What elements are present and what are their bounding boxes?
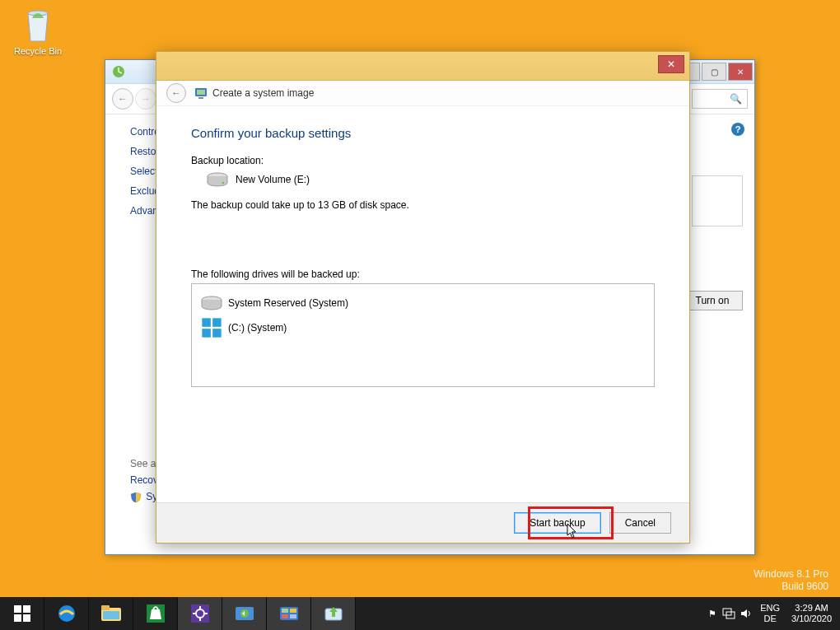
desktop-icon-label: Recycle Bin — [7, 46, 69, 56]
svg-rect-19 — [103, 611, 119, 619]
mouse-cursor-icon — [567, 523, 578, 539]
svg-rect-10 — [202, 329, 211, 338]
taskbar-ie-icon[interactable] — [44, 597, 89, 630]
svg-rect-11 — [212, 329, 222, 338]
language-indicator[interactable]: ENGDE — [754, 603, 786, 624]
taskbar[interactable]: ⚑ ENGDE 3:29 AM3/10/2020 — [0, 597, 840, 630]
bg-content-box — [692, 175, 743, 226]
svg-point-6 — [222, 182, 224, 184]
dialog-header: ← Create a system image — [156, 81, 689, 106]
shield-icon — [130, 492, 142, 503]
svg-rect-4 — [198, 97, 203, 99]
drive-item: System Reserved (System) — [200, 291, 646, 315]
desktop: Recycle Bin Windows 8.1 Pro Build 9600 –… — [0, 0, 840, 630]
bg-back-button[interactable]: ← — [112, 88, 133, 110]
dialog-titlebar[interactable]: ✕ — [156, 52, 689, 81]
cancel-button[interactable]: Cancel — [609, 512, 671, 534]
drive-label: System Reserved (System) — [228, 297, 348, 309]
taskbar-app-icon[interactable] — [222, 597, 267, 630]
start-backup-button[interactable]: Start backup — [514, 512, 600, 534]
drive-item: (C:) (System) — [200, 315, 646, 340]
search-icon: 🔍 — [730, 93, 742, 105]
dialog-close-button[interactable]: ✕ — [658, 55, 684, 73]
volume-icon[interactable] — [737, 597, 754, 630]
dialog-body: Confirm your backup settings Backup loca… — [156, 106, 689, 395]
system-tray[interactable]: ⚑ ENGDE 3:29 AM3/10/2020 — [704, 597, 840, 630]
drive-icon — [200, 293, 223, 313]
space-note: The backup could take up to 13 GB of dis… — [191, 199, 655, 211]
svg-rect-9 — [212, 318, 222, 327]
svg-rect-3 — [197, 90, 205, 95]
windows-watermark: Windows 8.1 Pro Build 9600 — [754, 568, 828, 594]
create-system-image-dialog: ✕ ← Create a system image Confirm your b… — [156, 51, 690, 544]
windows-drive-icon — [200, 318, 223, 338]
svg-rect-32 — [282, 614, 288, 618]
drives-list: System Reserved (System) (C:) (System) — [191, 283, 655, 387]
svg-rect-14 — [14, 614, 21, 622]
hard-drive-icon — [206, 171, 229, 188]
taskbar-explorer-icon[interactable] — [89, 597, 133, 630]
desktop-icon-recycle-bin[interactable]: Recycle Bin — [7, 5, 69, 56]
network-icon[interactable] — [721, 597, 737, 630]
drives-header: The following drives will be backed up: — [191, 268, 655, 280]
svg-rect-13 — [23, 605, 30, 613]
taskbar-backup-icon[interactable] — [311, 597, 356, 630]
recycle-bin-icon — [20, 5, 56, 44]
svg-rect-33 — [290, 614, 296, 618]
svg-rect-30 — [282, 609, 288, 613]
backup-location-value: New Volume (E:) — [236, 174, 310, 185]
backup-location-row: New Volume (E:) — [191, 171, 655, 188]
system-image-icon — [194, 86, 208, 100]
bg-close-button[interactable]: ✕ — [728, 63, 753, 81]
dialog-heading: Confirm your backup settings — [191, 126, 655, 140]
taskbar-settings-icon[interactable] — [178, 597, 222, 630]
dialog-title: Create a system image — [212, 87, 314, 99]
svg-rect-8 — [202, 318, 211, 327]
start-button[interactable] — [0, 597, 44, 630]
action-center-icon[interactable]: ⚑ — [704, 597, 721, 630]
svg-rect-18 — [101, 605, 110, 610]
help-icon[interactable]: ? — [731, 123, 744, 136]
svg-rect-31 — [290, 609, 296, 613]
taskbar-control-panel-icon[interactable] — [267, 597, 311, 630]
svg-rect-15 — [23, 614, 30, 622]
clock[interactable]: 3:29 AM3/10/2020 — [786, 603, 840, 624]
dialog-footer: Start backup Cancel — [156, 502, 689, 543]
bg-forward-button[interactable]: → — [135, 88, 156, 110]
taskbar-store-icon[interactable] — [133, 597, 178, 630]
dialog-back-button[interactable]: ← — [166, 83, 186, 103]
svg-rect-12 — [14, 605, 21, 613]
bg-search-box[interactable]: 🔍 — [692, 89, 748, 109]
backup-location-label: Backup location: — [191, 155, 655, 166]
drive-label: (C:) (System) — [228, 322, 287, 334]
restore-icon — [110, 63, 127, 80]
bg-maximize-button[interactable]: ▢ — [702, 63, 726, 81]
turn-on-button[interactable]: Turn on — [682, 291, 743, 310]
